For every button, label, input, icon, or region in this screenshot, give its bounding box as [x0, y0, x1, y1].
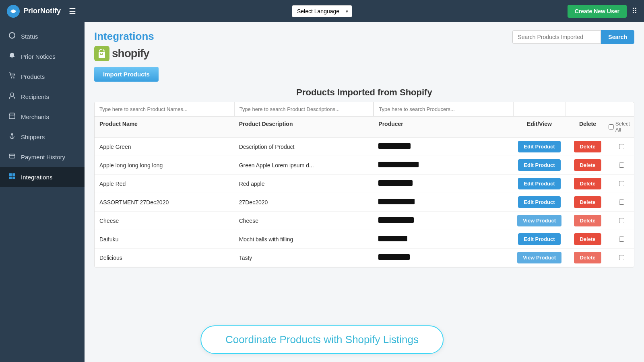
sidebar-item-shippers[interactable]: Shippers	[0, 127, 85, 147]
td-producer	[374, 157, 513, 173]
td-product-description: 27Dec2020	[234, 194, 374, 210]
grid-icon[interactable]: ⠿	[632, 6, 638, 16]
delete-button[interactable]: Delete	[574, 252, 601, 263]
table-title: Products Imported from Shopify	[94, 87, 634, 98]
td-product-description: Description of Product	[234, 139, 374, 155]
td-delete: Delete	[566, 156, 610, 174]
td-product-name: ASSORTMENT 27Dec2020	[95, 194, 234, 210]
td-producer	[374, 231, 513, 247]
td-product-description: Green Apple Lorem ipsum d...	[234, 157, 374, 173]
search-bar-area: Search	[512, 30, 634, 44]
td-delete: Delete	[566, 193, 610, 211]
sidebar-item-recipients[interactable]: Recipients	[0, 86, 85, 107]
status-icon	[8, 32, 16, 41]
td-checkbox	[610, 141, 634, 152]
sidebar-item-label: Status	[21, 33, 38, 40]
sidebar-item-label: Merchants	[21, 113, 49, 120]
search-button[interactable]: Search	[601, 30, 634, 44]
table-row: ASSORTMENT 27Dec2020 27Dec2020 Edit Prod…	[95, 193, 634, 212]
logo-icon	[6, 4, 20, 18]
table-row: Apple long long long long Green Apple Lo…	[95, 156, 634, 175]
edit-product-button[interactable]: Edit Product	[518, 233, 560, 245]
svg-rect-14	[9, 177, 12, 179]
svg-rect-12	[9, 173, 12, 176]
row-checkbox[interactable]	[619, 255, 624, 260]
sidebar-item-integrations[interactable]: Integrations	[0, 167, 85, 187]
table-body: Apple Green Description of Product Edit …	[95, 138, 634, 267]
td-product-description: Tasty	[234, 250, 374, 266]
table-row: Daifuku Mochi balls with filling Edit Pr…	[95, 230, 634, 249]
td-product-name: Apple Red	[95, 176, 234, 192]
shopify-logo-area: shopify	[94, 46, 159, 61]
table-row: Delicious Tasty View Product Delete	[95, 249, 634, 267]
row-checkbox[interactable]	[619, 144, 624, 149]
hamburger-menu[interactable]: ☰	[69, 6, 76, 16]
sidebar-item-prior-notices[interactable]: Prior Notices	[0, 46, 85, 66]
sidebar-item-label: Recipients	[21, 93, 49, 100]
svg-rect-13	[12, 173, 15, 176]
select-all-area: Select All	[610, 117, 634, 137]
delete-button[interactable]: Delete	[574, 233, 601, 245]
select-all-checkbox[interactable]	[609, 124, 614, 130]
shopify-logo-text: shopify	[112, 47, 149, 60]
delete-button[interactable]: Delete	[574, 215, 601, 226]
td-product-name: Daifuku	[95, 231, 234, 247]
svg-rect-10	[9, 154, 15, 158]
td-product-name: Apple long long long long	[95, 157, 234, 173]
td-producer	[374, 212, 513, 229]
td-checkbox	[610, 196, 634, 208]
sidebar-item-products[interactable]: Products	[0, 66, 85, 86]
sidebar-item-status[interactable]: Status	[0, 26, 85, 46]
top-navigation: PriorNotify ☰ Select Language Create New…	[0, 0, 644, 22]
td-checkbox	[610, 159, 634, 171]
view-product-button[interactable]: View Product	[517, 215, 561, 226]
language-selector-wrapper: Select Language	[292, 5, 352, 17]
logo-text: PriorNotify	[23, 7, 61, 15]
table-row: Apple Red Red apple Edit Product Delete	[95, 175, 634, 193]
header-product-name: Product Name	[95, 117, 234, 137]
td-product-name: Cheese	[95, 213, 234, 229]
sidebar-item-payment-history[interactable]: Payment History	[0, 147, 85, 167]
language-select[interactable]: Select Language	[292, 5, 352, 17]
filter-description-input[interactable]	[234, 102, 374, 116]
store-icon	[8, 112, 16, 121]
row-checkbox[interactable]	[619, 237, 624, 242]
edit-product-button[interactable]: Edit Product	[518, 159, 560, 171]
logo: PriorNotify	[6, 4, 61, 18]
td-checkbox	[610, 233, 634, 245]
sidebar-item-label: Payment History	[21, 154, 65, 160]
redacted-producer	[378, 254, 410, 260]
delete-button[interactable]: Delete	[574, 159, 601, 171]
edit-product-button[interactable]: Edit Product	[518, 196, 560, 208]
table-row: Cheese Cheese View Product Delete	[95, 212, 634, 230]
td-checkbox	[610, 252, 634, 263]
row-checkbox[interactable]	[619, 181, 624, 186]
row-checkbox[interactable]	[619, 200, 624, 205]
td-producer	[374, 249, 513, 266]
td-checkbox	[610, 215, 634, 226]
delete-button[interactable]: Delete	[574, 178, 601, 189]
td-edit-view: Edit Product	[513, 193, 566, 211]
sidebar-item-merchants[interactable]: Merchants	[0, 107, 85, 127]
td-checkbox	[610, 178, 634, 189]
edit-product-button[interactable]: Edit Product	[518, 178, 560, 189]
filter-name-input[interactable]	[95, 102, 234, 116]
svg-point-3	[11, 77, 12, 78]
row-checkbox[interactable]	[619, 162, 624, 168]
row-checkbox[interactable]	[619, 218, 624, 223]
delete-button[interactable]: Delete	[574, 196, 601, 208]
delete-button[interactable]: Delete	[574, 141, 601, 152]
td-product-description: Red apple	[234, 176, 374, 192]
create-new-user-button[interactable]: Create New User	[568, 5, 627, 18]
filter-producer-input[interactable]	[374, 102, 513, 116]
sidebar-item-label: Products	[21, 73, 45, 80]
td-edit-view: Edit Product	[513, 230, 566, 248]
search-products-input[interactable]	[512, 30, 601, 44]
header-delete: Delete	[566, 117, 610, 137]
view-product-button[interactable]: View Product	[517, 252, 561, 263]
filter-row	[95, 102, 634, 117]
td-delete: Delete	[566, 138, 610, 156]
import-products-button[interactable]: Import Products	[94, 67, 159, 82]
edit-product-button[interactable]: Edit Product	[518, 141, 560, 152]
select-all-label: Select All	[615, 121, 630, 133]
